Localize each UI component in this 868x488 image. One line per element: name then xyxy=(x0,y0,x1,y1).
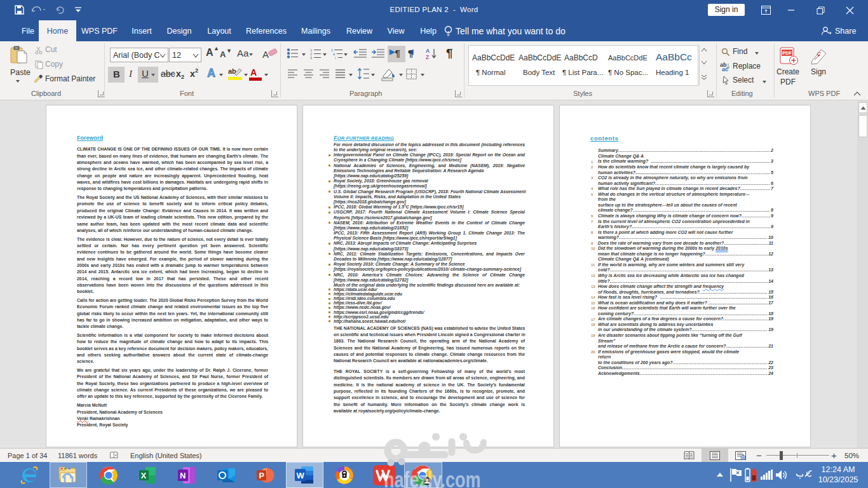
svg-text:x: x xyxy=(115,453,117,457)
svg-text:i: i xyxy=(335,56,336,60)
svg-text:P: P xyxy=(259,471,264,480)
svg-text:W: W xyxy=(297,471,305,480)
svg-text:N: N xyxy=(180,471,186,480)
svg-text:PDF: PDF xyxy=(782,50,792,56)
svg-text:A: A xyxy=(426,48,430,54)
svg-text:X: X xyxy=(141,471,147,480)
svg-text:A: A xyxy=(262,49,269,60)
svg-text:Z: Z xyxy=(426,54,429,60)
svg-text:3: 3 xyxy=(310,56,312,60)
